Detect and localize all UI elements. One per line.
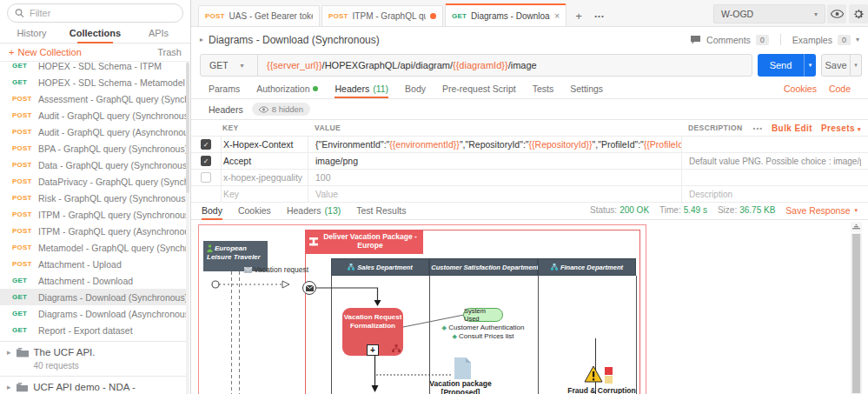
list-item[interactable]: POSTDataPrivacy - GraphQL query (Synchro… — [0, 173, 186, 190]
risk-label: Fraud & Corruption — [560, 386, 643, 394]
save-options-button[interactable]: ▾ — [851, 54, 862, 77]
header-value[interactable]: image/png — [308, 153, 681, 169]
tab-settings[interactable]: Settings — [570, 78, 603, 98]
list-item: ◆ Consult Prices list — [418, 332, 548, 341]
more-actions-icon[interactable]: ••• — [753, 124, 763, 132]
response-bar: Body Cookies Headers(13) Test Results St… — [191, 201, 868, 220]
send-button[interactable]: Send — [758, 54, 804, 77]
risk-red-square — [605, 367, 613, 375]
header-value[interactable]: {"EnvironmentId":"{{environmentId}}","Re… — [308, 137, 681, 152]
response-tab-body[interactable]: Body — [202, 201, 222, 220]
filter-box[interactable] — [7, 3, 183, 23]
table-header-row: KEY VALUE DESCRIPTION ••• Bulk Edit Pres… — [191, 120, 868, 137]
list-item[interactable]: POSTAttachment - Upload — [0, 256, 186, 272]
headers-section-title: Headers — [209, 104, 243, 115]
list-item[interactable]: POSTAudit - GraphQL query (Asynchronous) — [0, 124, 186, 140]
tab-authorization[interactable]: Authorization — [256, 78, 318, 98]
response-tab-test-results[interactable]: Test Results — [356, 201, 406, 220]
tab-params[interactable]: Params — [209, 78, 240, 98]
list-item[interactable]: GETReport - Export dataset — [0, 322, 186, 338]
comments-button[interactable]: Comments — [706, 35, 751, 45]
header-checkbox-unchecked[interactable] — [201, 172, 211, 183]
new-collection-button[interactable]: +New Collection — [9, 47, 82, 57]
list-item[interactable]: POSTRisk - GraphQL query (Synchronous) — [0, 190, 186, 206]
collection-folder[interactable]: ▸ The UCF API. 40 requests — [0, 341, 186, 376]
new-key-input[interactable]: Key — [221, 186, 308, 202]
list-item[interactable]: GETAttachment - Download — [0, 272, 186, 289]
list-item[interactable]: POSTITPM - GraphQL query (Asynchronous) — [0, 223, 186, 239]
chevron-down-icon: ▾ — [858, 126, 861, 132]
header-description[interactable] — [681, 170, 861, 185]
tab-history[interactable]: History — [0, 24, 63, 43]
close-icon[interactable]: × — [554, 11, 560, 21]
collection-folder[interactable]: ▸ UCF API demo - NDA - 20180625 6 reques… — [0, 376, 186, 394]
send-options-button[interactable]: ▾ — [804, 54, 816, 77]
header-key[interactable]: x-hopex-jpegquality — [221, 170, 308, 185]
list-item[interactable]: POSTMetamodel - GraphQL query (Synchrono… — [0, 239, 186, 256]
settings-button[interactable] — [849, 4, 868, 23]
list-item[interactable]: POSTAssessment - GraphQL query (Synchron… — [0, 90, 186, 107]
header-value[interactable]: 100 — [308, 170, 681, 185]
list-item[interactable]: POSTBPA - GraphQL query (Synchronous) — [0, 140, 186, 157]
header-description[interactable]: Default value PNG. Possible choice : ima… — [681, 153, 861, 169]
column-description: DESCRIPTION — [681, 120, 753, 136]
chevron-right-icon[interactable]: ▸ — [200, 36, 203, 43]
list-item[interactable]: POSTITPM - GraphQL query (Synchronous) — [0, 206, 186, 223]
system-used-node: System Used — [463, 308, 503, 322]
response-meta: Status:200 OK Time:5.49 s Size:36.75 KB … — [590, 205, 858, 216]
tab-headers[interactable]: Headers(11) — [335, 78, 388, 98]
header-description[interactable] — [681, 137, 861, 152]
status-badge: 200 OK — [620, 205, 649, 215]
share-icon — [392, 344, 401, 353]
tab-body[interactable]: Body — [405, 78, 426, 98]
tab-apis[interactable]: APIs — [127, 24, 190, 43]
more-tabs-button[interactable]: ••• — [589, 5, 610, 26]
new-value-input[interactable]: Value — [308, 186, 681, 202]
tab-prerequest-script[interactable]: Pre-request Script — [442, 78, 516, 98]
list-item-selected[interactable]: GETDiagrams - Download (Synchronous) — [0, 289, 186, 305]
header-key[interactable]: X-Hopex-Context — [221, 137, 308, 152]
list-item[interactable]: GETHOPEX - SDL Schema - ITPM — [0, 62, 186, 74]
response-tab-cookies[interactable]: Cookies — [238, 201, 271, 220]
chevron-down-icon[interactable]: ▾ — [856, 36, 859, 43]
url-input[interactable]: {{server_url}}/HOPEXGraphQL/api/diagram/… — [258, 60, 546, 70]
trash-button[interactable]: Trash — [157, 47, 182, 57]
examples-button[interactable]: Examples — [792, 35, 832, 45]
filter-input[interactable] — [30, 8, 176, 18]
method-dropdown[interactable]: GET ▾ — [201, 55, 258, 76]
list-item[interactable]: GETHOPEX - SDL Schema - Metamodel — [0, 74, 186, 90]
header-checkbox-checked[interactable]: ✓ — [201, 156, 211, 166]
hidden-headers-toggle[interactable]: 8 hidden — [252, 103, 310, 116]
code-link[interactable]: Code — [829, 83, 851, 94]
list-item[interactable]: POSTAudit - GraphQL query (Synchronous) — [0, 107, 186, 124]
add-tab-button[interactable]: + — [568, 5, 589, 26]
response-time: 5.49 s — [684, 205, 707, 215]
tab-tests[interactable]: Tests — [533, 78, 554, 98]
new-description-input[interactable]: Description — [681, 186, 861, 202]
response-scrollbar[interactable] — [851, 233, 862, 394]
sidebar-scrollbar[interactable] — [186, 61, 189, 394]
header-checkbox-checked[interactable]: ✓ — [201, 139, 211, 150]
org-unit-icon — [348, 264, 354, 270]
environment-selector[interactable]: W-OGD ▾ — [713, 4, 825, 23]
bulk-edit-button[interactable]: Bulk Edit — [772, 124, 812, 133]
request-tab[interactable]: POST ITPM - GraphQL query (Synchr... — [321, 5, 443, 26]
list-item[interactable]: POSTData - GraphQL query (Synchronous) — [0, 157, 186, 173]
tab-collections[interactable]: Collections — [63, 24, 127, 43]
request-tab-active[interactable]: GET Diagrams - Download (Synchro... × — [445, 3, 567, 26]
headers-table: KEY VALUE DESCRIPTION ••• Bulk Edit Pres… — [191, 119, 868, 203]
response-tab-headers[interactable]: Headers(13) — [287, 201, 341, 220]
scrollbar-thumb[interactable] — [186, 63, 189, 193]
table-row: ✓ Accept image/png Default value PNG. Po… — [191, 153, 868, 170]
request-tab[interactable]: POST UAS - Get Bearer token — [198, 5, 320, 26]
save-button[interactable]: Save — [821, 54, 851, 77]
response-size: 36.75 KB — [739, 205, 775, 215]
environment-preview-button[interactable] — [827, 4, 846, 23]
cookies-link[interactable]: Cookies — [784, 83, 817, 94]
scrollbar-thumb[interactable] — [852, 234, 860, 393]
scrollbar-button[interactable] — [851, 222, 862, 232]
presets-dropdown[interactable]: Presets ▾ — [821, 124, 861, 133]
header-key[interactable]: Accept — [221, 153, 308, 169]
save-response-button[interactable]: Save Response▾ — [785, 205, 858, 216]
list-item[interactable]: GETDiagrams - Download (Asynchronous) — [0, 305, 186, 322]
